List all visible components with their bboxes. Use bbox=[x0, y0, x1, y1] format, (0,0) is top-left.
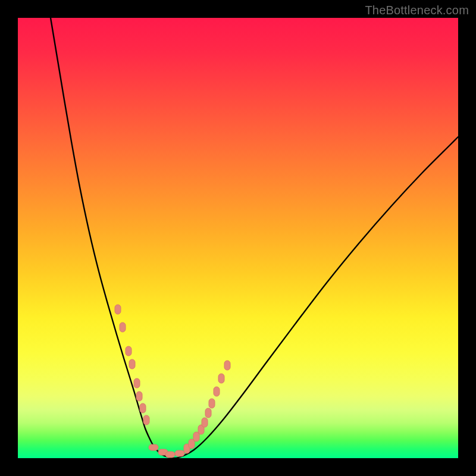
curve-marker bbox=[129, 359, 135, 369]
curve-marker bbox=[205, 408, 211, 418]
bottleneck-curve-path bbox=[51, 18, 458, 458]
watermark-text: TheBottleneck.com bbox=[365, 4, 469, 17]
curve-marker bbox=[149, 444, 158, 450]
curve-marker bbox=[224, 361, 230, 370]
plot-area bbox=[18, 18, 458, 458]
curve-marker bbox=[143, 415, 149, 425]
curve-markers bbox=[115, 305, 230, 458]
curve-marker bbox=[115, 305, 121, 314]
curve-marker bbox=[134, 378, 140, 388]
curve-marker bbox=[189, 439, 195, 449]
curve-marker bbox=[140, 403, 146, 413]
curve-marker bbox=[209, 399, 215, 408]
curve-marker bbox=[193, 432, 199, 441]
curve-marker bbox=[136, 392, 142, 401]
curve-layer bbox=[18, 18, 458, 458]
curve-marker bbox=[218, 374, 224, 383]
curve-marker bbox=[165, 452, 175, 458]
curve-marker bbox=[126, 346, 131, 356]
curve-marker bbox=[202, 418, 208, 427]
curve-marker bbox=[175, 450, 184, 456]
chart-frame: TheBottleneck.com bbox=[0, 0, 476, 476]
curve-marker bbox=[214, 387, 220, 396]
curve-marker bbox=[120, 322, 126, 332]
